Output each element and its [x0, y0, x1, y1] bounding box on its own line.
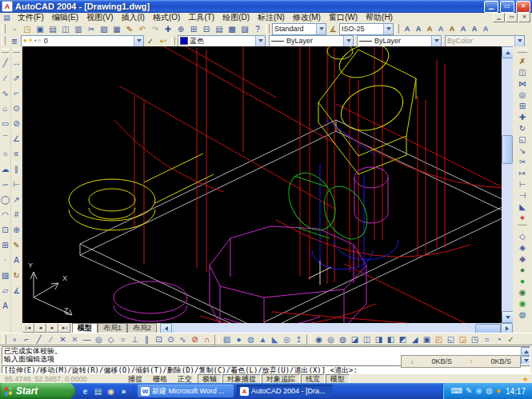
snap-none-icon[interactable]: ⊘: [189, 334, 201, 345]
layer-combo[interactable]: ●☀▪■ 0: [21, 35, 144, 47]
plot-preview-icon[interactable]: ◫: [59, 23, 72, 34]
2d-wireframe-icon[interactable]: ◇: [518, 230, 528, 241]
angular-dimension-icon[interactable]: ∠: [11, 131, 22, 146]
break-at-point-icon[interactable]: ⊢: [518, 178, 528, 190]
text-style-icon[interactable]: A: [446, 23, 458, 34]
aligned-dimension-icon[interactable]: ⇗: [11, 70, 22, 86]
arc-icon[interactable]: ⌒: [0, 131, 10, 146]
last-tab-button[interactable]: ►|: [58, 323, 70, 333]
quick-launch-ie-icon[interactable]: e: [80, 386, 90, 397]
doc-restore-button[interactable]: ▭: [506, 13, 518, 22]
ordinate-dimension-icon[interactable]: ⌐: [11, 86, 22, 101]
gouraud-shaded-icon[interactable]: ●: [518, 275, 528, 286]
spline-icon[interactable]: ∽: [0, 177, 10, 192]
delete-faces-icon[interactable]: ◧: [385, 334, 397, 345]
insert-block-icon[interactable]: ⊡: [0, 222, 10, 237]
tab-model[interactable]: 模型: [72, 323, 98, 333]
snap-center-icon[interactable]: ◎: [93, 334, 105, 345]
publish-icon[interactable]: ▥: [72, 23, 85, 34]
erase-icon[interactable]: ✗: [518, 55, 528, 66]
explode-icon[interactable]: ✶: [518, 212, 528, 223]
restore-button[interactable]: ▭: [500, 1, 514, 13]
temporary-track-point-icon[interactable]: ∘: [9, 334, 21, 345]
dimension-text-edit-icon[interactable]: A: [11, 253, 22, 268]
snap-parallel-icon[interactable]: ∥: [141, 334, 153, 345]
drawing-canvas[interactable]: Y X Z: [22, 46, 502, 323]
separate-icon[interactable]: ◔: [493, 334, 505, 345]
point-icon[interactable]: ·: [0, 253, 10, 268]
prev-tab-button[interactable]: ◄: [34, 323, 46, 333]
ellipse-icon[interactable]: ◯: [0, 192, 10, 207]
quick-launch-media-icon[interactable]: ◉: [106, 386, 116, 397]
menu-file[interactable]: 文件(F): [14, 13, 48, 22]
hidden-shade-icon[interactable]: ◆: [518, 253, 528, 264]
rectangle-icon[interactable]: ▭: [0, 116, 10, 131]
region-icon[interactable]: ▱: [0, 283, 10, 298]
tolerance-icon[interactable]: #: [11, 207, 22, 222]
chevron-down-icon[interactable]: [134, 36, 143, 46]
chamfer-icon[interactable]: ◣: [518, 201, 528, 212]
chevron-down-icon[interactable]: [343, 36, 353, 46]
menu-view[interactable]: 视图(V): [82, 13, 117, 22]
next-tab-button[interactable]: ►: [46, 323, 58, 333]
zoom-previous-icon[interactable]: ⊟: [200, 23, 213, 34]
stretch-icon[interactable]: ↘: [518, 145, 528, 156]
color-edges-icon[interactable]: ◲: [457, 334, 469, 345]
linear-dimension-icon[interactable]: ↔: [11, 55, 22, 70]
3d-orbit-icon[interactable]: ◍: [518, 309, 528, 320]
torus-icon[interactable]: ◎: [281, 334, 293, 345]
scroll-up-icon[interactable]: [521, 347, 530, 356]
snap-insert-icon[interactable]: ⊡: [153, 334, 165, 345]
tray-agent-icon[interactable]: ●: [496, 387, 501, 395]
continue-dimension-icon[interactable]: ⊢: [11, 177, 22, 192]
text-style-combo[interactable]: Standard: [272, 23, 326, 35]
dim-style-combo[interactable]: ISO-25: [339, 23, 394, 35]
command-scrollbar[interactable]: [521, 347, 530, 364]
offset-icon[interactable]: ◎: [518, 89, 528, 100]
box-icon[interactable]: ▧: [221, 334, 233, 345]
baseline-dimension-icon[interactable]: ∥: [11, 162, 22, 177]
offset-faces-icon[interactable]: ◨: [373, 334, 385, 345]
extend-icon[interactable]: ↦: [518, 167, 528, 178]
linetype-combo[interactable]: ByLayer: [269, 35, 354, 47]
task-word[interactable]: W 新建 Microsoft Word ...: [138, 385, 234, 397]
designcenter-icon[interactable]: ▩: [226, 23, 238, 34]
undo-icon[interactable]: ↶: [136, 23, 149, 34]
radius-dimension-icon[interactable]: ⊙: [11, 101, 22, 116]
copy-edges-icon[interactable]: ◱: [445, 334, 457, 345]
single-line-text-icon[interactable]: A: [413, 23, 424, 34]
snap-endpoint-icon[interactable]: ╱: [33, 334, 45, 345]
quick-dimension-icon[interactable]: ≡: [11, 146, 22, 162]
ellipse-arc-icon[interactable]: ◠: [0, 207, 10, 222]
taskbar-clock[interactable]: 14:17: [504, 387, 526, 396]
subtract-icon[interactable]: ◎: [325, 334, 337, 345]
chevron-down-icon[interactable]: [383, 24, 393, 34]
match-properties-icon[interactable]: ✎: [123, 23, 136, 34]
tool-palettes-icon[interactable]: ▨: [238, 23, 251, 34]
quick-launch-desktop-icon[interactable]: ▤: [93, 386, 103, 397]
properties-icon[interactable]: ▤: [213, 23, 226, 34]
chevron-down-icon[interactable]: [255, 36, 265, 46]
hatch-icon[interactable]: ▨: [0, 268, 10, 283]
snap-node-icon[interactable]: ⊙: [165, 334, 177, 345]
start-button[interactable]: Start: [0, 383, 75, 399]
mtext-icon[interactable]: A: [402, 23, 413, 34]
communication-center-icon[interactable]: ✦: [522, 375, 532, 384]
trim-icon[interactable]: ✂: [518, 156, 528, 167]
pan-icon[interactable]: ✚: [162, 23, 174, 34]
paste-icon[interactable]: ▦: [110, 23, 123, 34]
mtext-icon[interactable]: A: [0, 298, 10, 313]
layer-manager-icon[interactable]: ≣: [8, 35, 21, 46]
snap-quadrant-icon[interactable]: ◇: [105, 334, 117, 345]
chevron-down-icon[interactable]: [431, 36, 441, 46]
make-block-icon[interactable]: ⊞: [0, 237, 10, 253]
zoom-realtime-icon[interactable]: ⊕: [174, 23, 187, 34]
menu-insert[interactable]: 插入(I): [117, 13, 148, 22]
menu-help[interactable]: 帮助(H): [362, 13, 397, 22]
tray-keyboard-icon[interactable]: ⌨: [451, 387, 462, 395]
break-icon[interactable]: ⊣: [518, 190, 528, 201]
snap-from-icon[interactable]: ⌐: [21, 334, 33, 345]
taper-faces-icon[interactable]: ◢: [409, 334, 421, 345]
menu-modify[interactable]: 修改(M): [289, 13, 325, 22]
menu-draw[interactable]: 绘图(D): [218, 13, 254, 22]
